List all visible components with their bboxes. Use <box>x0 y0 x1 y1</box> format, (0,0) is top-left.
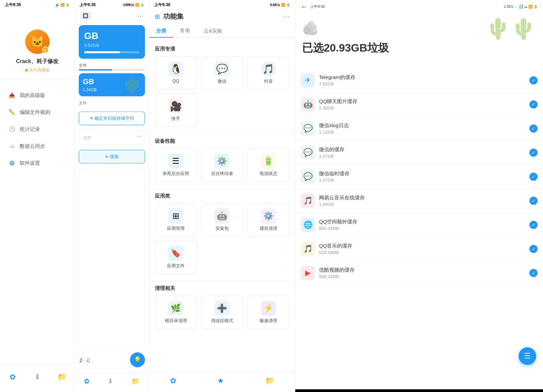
wechat-cache-check[interactable]: ✓ <box>529 149 538 157</box>
p3-nav-feature-icon[interactable]: ★ <box>217 376 224 385</box>
fab-icon: ☰ <box>524 352 531 360</box>
grid-app-icon: ⊞ <box>155 13 160 20</box>
sidebar-item-premium[interactable]: 📥 我的高级版 <box>0 87 74 104</box>
file-bar-fill <box>79 69 112 71</box>
sidebar-menu: 📥 我的高级版 ✏️ 编辑文件规则 🕐 统计记录 ☁️ 数据云同步 ⚙️ 软件设… <box>0 80 74 365</box>
content-section2 <box>79 169 145 347</box>
qqmusic-check[interactable]: ✓ <box>529 245 538 253</box>
p4-switch-icon[interactable]: ↔ <box>514 5 518 8</box>
play-button[interactable]: 💡 <box>130 352 145 367</box>
telegram-check[interactable]: ✓ <box>529 76 538 84</box>
cloud-label: 数据云同步 <box>20 143 45 150</box>
panel2-tabs: 🔲 <box>80 12 91 20</box>
p2-nav-home-icon[interactable]: ✿ <box>84 377 90 385</box>
tab-category[interactable]: 分类 <box>149 25 173 38</box>
tumbleweed-icon: 🪨 <box>302 20 319 36</box>
panel4-time: 上午9:42 <box>310 4 325 9</box>
panel1-sidebar: 上午9:35 🔊📶🔋 🐱 ★ Crack、耗子修改 永久高级版 📥 我的高级版 … <box>0 0 75 392</box>
sidebar-item-rules[interactable]: ✏️ 编辑文件规则 <box>0 104 74 121</box>
wechat-temp-check[interactable]: ✓ <box>529 173 538 181</box>
feature-kill-bg[interactable]: ☰ 杀死后台应用 <box>155 149 197 182</box>
scan-btn-label: 确定并扫描存储空间 <box>94 116 134 121</box>
bg-terminator-label: 后台终结者 <box>211 171 233 177</box>
nav-folder-icon[interactable]: 📁 <box>55 370 69 384</box>
sidebar-item-cloud[interactable]: ☁️ 数据云同步 <box>0 138 74 155</box>
feature-qq[interactable]: 🐧 QQ <box>155 56 197 90</box>
user-name: Crack、耗子修改 <box>16 58 58 65</box>
junk-item-youku[interactable]: ▶ 优酷视频的缓存 568.31MB ✓ <box>295 261 543 285</box>
junk-item-telegram[interactable]: ✈ Telegram的缓存 7.92GB ✓ <box>295 68 543 93</box>
p3-nav-folder-icon[interactable]: 📁 <box>265 376 274 385</box>
p2-nav-download-icon[interactable]: ⬇ <box>108 377 113 385</box>
premium-icon: 📥 <box>8 92 16 99</box>
p2-nav-folder-icon[interactable]: 📁 <box>131 377 140 385</box>
wechat-cache-name: 微信的缓存 <box>319 146 525 153</box>
feature-app-files[interactable]: 🔖 应用文件 <box>155 241 197 274</box>
youku-name: 优酷视频的缓存 <box>319 267 525 273</box>
fab-clean-button[interactable]: ☰ <box>519 347 536 365</box>
feature-apk[interactable]: 🤖 安装包 <box>201 203 243 237</box>
feature-battery[interactable]: 🔋 电池状态 <box>247 149 289 182</box>
feature-fast-clean[interactable]: ⚡ 极速清理 <box>247 296 289 329</box>
junk-item-qqzone[interactable]: 🌐 QQ空间额外缓存 800.42MB ✓ <box>295 213 543 237</box>
feature-douyin[interactable]: 🎵 抖音 <box>247 56 289 90</box>
user-badge-label: 永久高级版 <box>29 67 50 73</box>
panel3-bottom-nav: ✿ ★ 📁 <box>149 372 295 392</box>
p4-back-icon[interactable]: ← <box>301 3 307 11</box>
more-menu-icon[interactable]: ⋯ <box>137 12 144 20</box>
carousel-tab[interactable]: 🔲 <box>80 12 91 20</box>
junk-item-wechat-temp[interactable]: 💬 微信临时缓存 1.07GB ✓ <box>295 165 543 189</box>
wechat-cache-size: 1.07GB <box>319 154 525 159</box>
feature-app-mgr[interactable]: ⊞ 应用管理 <box>155 203 197 237</box>
feature-kuaishou[interactable]: 🎥 快手 <box>155 94 197 127</box>
junk-item-wechat-cache[interactable]: 💬 微信的缓存 1.07GB ✓ <box>295 141 543 165</box>
p4-cloud-icon[interactable]: ☁ <box>524 5 527 8</box>
panel3-time: 上午9:36 <box>154 2 170 8</box>
panel1-time: 上午9:35 <box>5 2 21 8</box>
app-files-icon: 🔖 <box>168 246 183 261</box>
tab-common[interactable]: 常用 <box>173 25 197 38</box>
nav-download-icon[interactable]: ⬇ <box>31 370 44 384</box>
wechat-xlog-check[interactable]: ✓ <box>529 124 538 133</box>
qq-chat-check[interactable]: ✓ <box>529 100 538 109</box>
sidebar-item-settings[interactable]: ⚙️ 软件设置 <box>0 155 74 172</box>
p4-refresh-icon[interactable]: 🔄 <box>519 5 523 8</box>
nav-home-icon[interactable]: ✿ <box>6 370 19 384</box>
feature-cache-clean[interactable]: ⚙️ 缓存清理 <box>247 203 289 237</box>
scan-btn-icon: ✦ <box>90 116 93 121</box>
douyin-icon: 🎵 <box>261 61 276 76</box>
feature-ocd-mode[interactable]: ➕ 强迫症模式 <box>201 296 243 329</box>
youku-check[interactable]: ✓ <box>529 269 538 277</box>
file-label2: 文件 <box>79 100 145 106</box>
section-title-app-clean: 应用专清 <box>149 43 295 56</box>
panel3-tabs: 分类 常用 云&实验 <box>149 25 295 38</box>
avatar-badge: ★ <box>42 46 49 53</box>
tab-cloud[interactable]: 云&实验 <box>197 25 229 38</box>
junk-item-wechat-xlog[interactable]: 💬 微信xlog日志 1.12GB ✓ <box>295 117 543 141</box>
kill-bg-label: 杀死后台应用 <box>163 171 189 177</box>
settings-label: 软件设置 <box>20 160 40 166</box>
feature-wechat[interactable]: 💬 微信 <box>201 56 243 90</box>
feature-bg-terminator[interactable]: ⚙️ 后台终结者 <box>201 149 243 182</box>
qq-chat-icon: 🤖 <box>301 97 315 112</box>
feature-root-clean[interactable]: 🌿 根目录清理 <box>155 296 197 329</box>
search-button[interactable]: ✦ 搜索 <box>79 150 145 163</box>
file-more-icon[interactable]: ⋯ <box>137 134 142 139</box>
panel2-time: 上午9:35 <box>79 2 96 8</box>
junk-info-wechat-xlog: 微信xlog日志 1.12GB <box>319 122 525 135</box>
panel4-hero: 🌵🌵 🪨 已选20.93GB垃圾 <box>295 13 543 66</box>
scan-storage-button[interactable]: ✦ 确定并扫描存储空间 <box>79 112 145 125</box>
junk-item-qq-chat[interactable]: 🤖 QQ聊天图片缓存 2.30GB ✓ <box>295 93 543 117</box>
qqzone-check[interactable]: ✓ <box>529 221 538 229</box>
panel3-more-icon[interactable]: ⋯ <box>283 13 289 21</box>
p3-nav-home-icon[interactable]: ✿ <box>170 376 176 385</box>
wechat-xlog-icon: 💬 <box>301 121 315 136</box>
kuaishou-label: 快手 <box>171 116 180 122</box>
panel3-status-icons: 0.6K/s📶🔋 <box>270 3 290 7</box>
file-label1: 文件 <box>79 63 145 68</box>
junk-item-qqmusic[interactable]: 🎵 QQ音乐的缓存 629.59MB ✓ <box>295 237 543 261</box>
qq-chat-name: QQ聊天图片缓存 <box>319 98 525 105</box>
sidebar-item-stats[interactable]: 🕐 统计记录 <box>0 121 74 138</box>
junk-item-netease[interactable]: 🎵 网易云音乐在线缓存 1.04GB ✓ <box>295 189 543 213</box>
netease-check[interactable]: ✓ <box>529 197 538 205</box>
